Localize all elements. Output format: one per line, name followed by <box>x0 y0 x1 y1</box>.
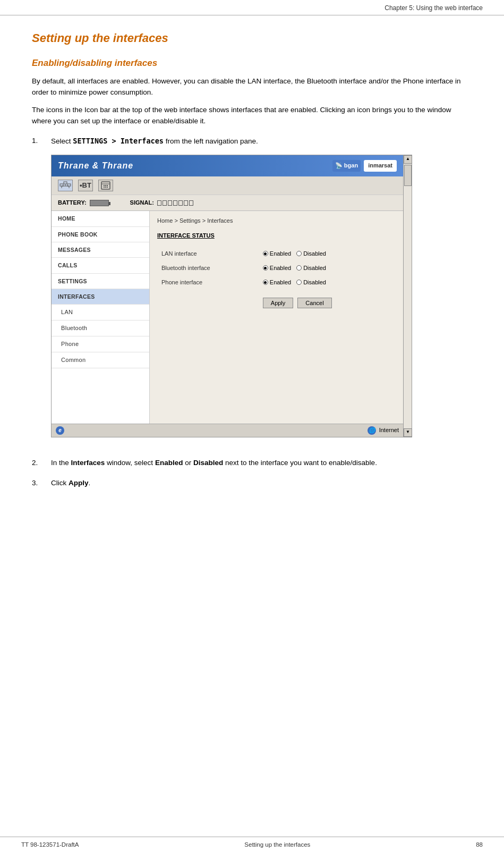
internet-zone: 🌐 Internet <box>368 426 399 435</box>
subsection-title: Enabling/disabling interfaces <box>32 58 472 69</box>
page-header: Chapter 5: Using the web interface <box>0 0 504 15</box>
step-1-suffix: from the left navigation pane. <box>164 137 258 145</box>
phone-interface-label: Phone interface <box>157 275 259 290</box>
step-2-bold2: Enabled <box>155 459 183 467</box>
table-row-lan: LAN interface Enabled <box>157 247 396 261</box>
phone-enabled-option[interactable]: Enabled <box>263 278 291 287</box>
bluetooth-icon[interactable]: •BT <box>78 180 93 191</box>
brand-logo: Thrane & Thrane <box>58 159 133 173</box>
scroll-track[interactable] <box>404 164 412 428</box>
list-item-3: 3. Click Apply. <box>32 478 472 489</box>
bgan-logo: 📡 bgan inmarsat <box>332 160 397 171</box>
bluetooth-enabled-label: Enabled <box>270 264 291 273</box>
lan-disabled-option[interactable]: Disabled <box>296 249 326 258</box>
nav-messages[interactable]: MESSAGES <box>52 242 149 258</box>
wi-body: HOME PHONE BOOK MESSAGES CALLS SETTINGS … <box>52 211 403 424</box>
signal-sq-7 <box>189 200 193 206</box>
lan-disabled-label: Disabled <box>303 249 326 258</box>
lan-enabled-option[interactable]: Enabled <box>263 249 291 258</box>
step-2-bold3: Disabled <box>193 459 223 467</box>
bluetooth-enabled-radio[interactable] <box>263 265 268 271</box>
cancel-button[interactable]: Cancel <box>297 298 331 308</box>
paragraph-1: By default, all interfaces are enabled. … <box>32 76 472 98</box>
phone-disabled-option[interactable]: Disabled <box>296 278 326 287</box>
list-item-1: 1. Select SETTINGS > Interfaces from the… <box>32 136 472 448</box>
signal-status: SIGNAL: <box>130 198 193 207</box>
nav-bluetooth[interactable]: Bluetooth <box>52 320 149 336</box>
lan-enabled-label: Enabled <box>270 249 291 258</box>
browser-status-left: e <box>56 426 64 435</box>
signal-sq-1 <box>157 200 161 206</box>
battery-label: BATTERY: <box>58 198 87 207</box>
phone-disabled-radio[interactable] <box>296 280 302 285</box>
scrollbar[interactable]: ▲ ▼ <box>403 155 412 437</box>
signal-sq-4 <box>173 200 177 206</box>
scroll-up-button[interactable]: ▲ <box>404 155 412 164</box>
step-3-content: Click Apply. <box>51 478 472 489</box>
step-1-content: Select SETTINGS > Interfaces from the le… <box>51 136 472 448</box>
bluetooth-disabled-radio[interactable] <box>296 265 302 271</box>
nav-lan[interactable]: LAN <box>52 305 149 320</box>
phone-radio-group: Enabled Disabled <box>259 275 396 290</box>
nav-phone[interactable]: Phone <box>52 336 149 352</box>
step-3-suffix: . <box>89 479 91 487</box>
bluetooth-radio-options: Enabled Disabled <box>263 264 391 273</box>
step-number-1: 1. <box>32 136 51 147</box>
nav-calls[interactable]: CALLS <box>52 258 149 273</box>
footer-left: TT 98-123571-DraftA <box>21 841 79 848</box>
phone-disabled-label: Disabled <box>303 278 326 287</box>
scroll-thumb[interactable] <box>404 165 412 186</box>
svg-rect-12 <box>104 187 105 188</box>
scroll-down-button[interactable]: ▼ <box>404 428 412 437</box>
main-content: Setting up the interfaces Enabling/disab… <box>0 15 504 530</box>
nav-common[interactable]: Common <box>52 352 149 368</box>
internet-label: Internet <box>379 426 399 435</box>
svg-rect-11 <box>107 185 108 186</box>
screenshot: ▲ ▼ Thrane & Thrane � <box>51 155 412 437</box>
signal-sq-6 <box>184 200 188 206</box>
apply-button[interactable]: Apply <box>263 298 294 308</box>
svg-rect-2 <box>67 184 71 186</box>
bluetooth-interface-label: Bluetooth interface <box>157 261 259 275</box>
phone-radio-options: Enabled Disabled <box>263 278 391 287</box>
list-item-2: 2. In the Interfaces window, select Enab… <box>32 458 472 469</box>
bluetooth-disabled-option[interactable]: Disabled <box>296 264 326 273</box>
table-row-bluetooth: Bluetooth interface Enabled <box>157 261 396 275</box>
svg-rect-14 <box>107 187 108 188</box>
top-nav-bar: Thrane & Thrane 📡 bgan inmarsat <box>52 155 403 177</box>
internet-icon: 🌐 <box>368 426 376 435</box>
battery-tip <box>109 202 110 205</box>
nav-settings[interactable]: SETTINGS <box>52 274 149 289</box>
lan-icon[interactable] <box>58 180 73 191</box>
signal-squares <box>157 200 193 206</box>
phone-enabled-label: Enabled <box>270 278 291 287</box>
bluetooth-radio-group: Enabled Disabled <box>259 261 396 275</box>
inmarsat-label: inmarsat <box>364 160 397 171</box>
chapter-title: Chapter 5: Using the web interface <box>385 4 483 12</box>
lan-disabled-radio[interactable] <box>296 251 302 256</box>
lan-radio-group: Enabled Disabled <box>259 247 396 261</box>
nav-home[interactable]: HOME <box>52 211 149 226</box>
signal-sq-2 <box>163 200 167 206</box>
bluetooth-enabled-option[interactable]: Enabled <box>263 264 291 273</box>
ie-icon: e <box>56 426 64 435</box>
bluetooth-disabled-label: Disabled <box>303 264 326 273</box>
nav-interfaces[interactable]: INTERFACES <box>52 289 149 305</box>
lan-enabled-radio[interactable] <box>263 251 268 256</box>
interface-icons-bar: •BT <box>52 176 403 195</box>
svg-rect-1 <box>64 182 67 184</box>
svg-rect-10 <box>105 185 106 186</box>
footer-center: Setting up the interfaces <box>244 841 310 848</box>
lan-radio-options: Enabled Disabled <box>263 249 391 258</box>
step-3-bold: Apply <box>69 479 89 487</box>
phone-icon[interactable] <box>98 180 113 191</box>
step-number-3: 3. <box>32 478 51 489</box>
breadcrumb: Home > Settings > Interfaces <box>157 216 396 225</box>
nav-phonebook[interactable]: PHONE BOOK <box>52 227 149 242</box>
step-1-prefix: Select <box>51 137 73 145</box>
phone-enabled-radio[interactable] <box>263 280 268 285</box>
signal-sq-3 <box>168 200 172 206</box>
battery-bar <box>90 200 109 206</box>
action-buttons: Apply Cancel <box>263 298 391 308</box>
bgan-label: 📡 bgan <box>332 160 361 171</box>
